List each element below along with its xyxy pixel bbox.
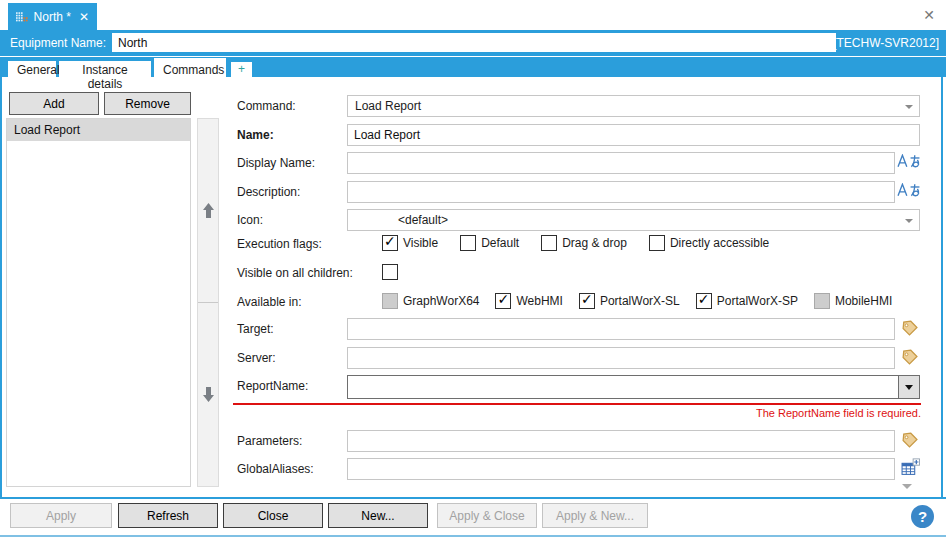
checkbox-portalworx-sp[interactable] <box>696 293 712 309</box>
checkbox-label: MobileHMI <box>835 294 892 308</box>
tab-general[interactable]: General <box>8 61 56 78</box>
checkbox-label: PortalWorX-SL <box>600 294 680 308</box>
checkbox-mobilehmi <box>814 293 830 309</box>
tab-strip: General Instance details Commands + <box>0 57 946 77</box>
dropdown-button[interactable] <box>898 376 919 398</box>
apply-button: Apply <box>10 503 112 528</box>
apply-and-close-button: Apply & Close <box>437 503 537 528</box>
frame-border-right <box>941 57 943 537</box>
global-aliases-input[interactable] <box>347 458 895 480</box>
chevron-down-icon <box>905 385 913 390</box>
alias-grid-icon[interactable] <box>901 458 927 476</box>
list-item-load-report[interactable]: Load Report <box>7 119 190 141</box>
add-command-button[interactable]: Add <box>9 92 99 115</box>
window-close-icon[interactable]: ✕ <box>921 7 937 23</box>
remove-command-button[interactable]: Remove <box>104 92 191 115</box>
arrow-up-icon <box>202 202 215 219</box>
parameters-input[interactable] <box>347 430 895 452</box>
document-tab-north[interactable]: North * ✕ <box>8 3 97 30</box>
command-select[interactable]: Load Report <box>347 95 920 117</box>
tag-picker-icon[interactable] <box>901 320 927 338</box>
equipment-commands-window: North * ✕ ✕ Equipment Name: [TECHW-SVR20… <box>0 0 946 540</box>
checkbox-drag-drop[interactable] <box>541 235 557 251</box>
document-tab-bar: North * ✕ ✕ <box>0 0 946 30</box>
localization-icon[interactable] <box>897 154 923 172</box>
parameters-label: Parameters: <box>237 434 302 448</box>
commands-list: Load Report <box>6 118 191 487</box>
checkbox-visible[interactable] <box>382 235 398 251</box>
checkbox-label: Directly accessible <box>670 236 769 250</box>
display-name-input[interactable] <box>347 152 895 174</box>
apply-and-new-button: Apply & New... <box>542 503 648 528</box>
command-label: Command: <box>237 99 296 113</box>
document-tab-title: North * <box>34 10 71 24</box>
reorder-strip <box>197 118 219 487</box>
icon-value: <default> <box>398 213 448 227</box>
equipment-name-bar: Equipment Name: [TECHW-SVR2012] <box>0 30 946 56</box>
equipment-name-input[interactable] <box>112 33 836 52</box>
server-name-badge: [TECHW-SVR2012] <box>833 36 939 50</box>
checkbox-visible-on-all-children[interactable] <box>382 264 398 280</box>
checkbox-label: Drag & drop <box>562 236 627 250</box>
move-up-button[interactable] <box>198 119 218 303</box>
help-button[interactable]: ? <box>911 505 934 528</box>
server-input[interactable] <box>347 347 895 369</box>
validation-message: The ReportName field is required. <box>237 407 921 419</box>
move-down-button[interactable] <box>198 303 218 486</box>
frame-border-left <box>0 57 2 537</box>
execution-flags-label: Execution flags: <box>237 237 322 251</box>
refresh-button[interactable]: Refresh <box>118 503 218 528</box>
checkbox-label: GraphWorX64 <box>403 294 479 308</box>
footer-button-bar: Apply Refresh Close New... Apply & Close… <box>0 499 946 535</box>
name-label: Name: <box>237 128 274 142</box>
close-button[interactable]: Close <box>223 503 323 528</box>
new-button[interactable]: New... <box>328 503 428 528</box>
tab-instance-details[interactable]: Instance details <box>59 61 151 78</box>
checkbox-label: PortalWorX-SP <box>717 294 798 308</box>
display-name-label: Display Name: <box>237 156 315 170</box>
scroll-down-hint-icon <box>902 484 912 489</box>
equipment-name-label: Equipment Name: <box>10 36 106 50</box>
checkbox-graphworx64 <box>382 293 398 309</box>
icon-select[interactable]: <default> <box>347 209 920 231</box>
server-label: Server: <box>237 351 276 365</box>
checkbox-portalworx-sl[interactable] <box>579 293 595 309</box>
visible-on-all-children-label: Visible on all children: <box>237 266 353 280</box>
available-in-label: Available in: <box>237 295 302 309</box>
global-aliases-label: GlobalAliases: <box>237 462 314 476</box>
checkbox-label: Visible <box>403 236 438 250</box>
target-label: Target: <box>237 322 274 336</box>
name-input[interactable] <box>347 124 920 146</box>
equipment-building-icon <box>16 11 28 23</box>
target-input[interactable] <box>347 318 895 340</box>
description-input[interactable] <box>347 181 895 203</box>
chevron-down-icon <box>905 219 913 223</box>
report-name-label: ReportName: <box>237 379 308 393</box>
checkbox-label: WebHMI <box>516 294 562 308</box>
document-tab-close-icon[interactable]: ✕ <box>79 10 89 24</box>
command-value: Load Report <box>355 99 421 113</box>
description-label: Description: <box>237 185 300 199</box>
checkbox-label: Default <box>481 236 519 250</box>
frame-border-bottom <box>0 535 946 537</box>
report-name-select[interactable] <box>347 375 920 399</box>
localization-icon[interactable] <box>897 183 923 201</box>
validation-underline <box>233 403 921 405</box>
icon-label: Icon: <box>237 213 263 227</box>
checkbox-directly-accessible[interactable] <box>649 235 665 251</box>
checkbox-default[interactable] <box>460 235 476 251</box>
tab-commands[interactable]: Commands <box>154 58 226 83</box>
chevron-down-icon <box>905 105 913 109</box>
checkbox-webhmi[interactable] <box>495 293 511 309</box>
add-tab-button[interactable]: + <box>231 62 252 77</box>
tag-picker-icon[interactable] <box>901 432 927 450</box>
tag-picker-icon[interactable] <box>901 349 927 367</box>
arrow-down-icon <box>202 386 215 403</box>
